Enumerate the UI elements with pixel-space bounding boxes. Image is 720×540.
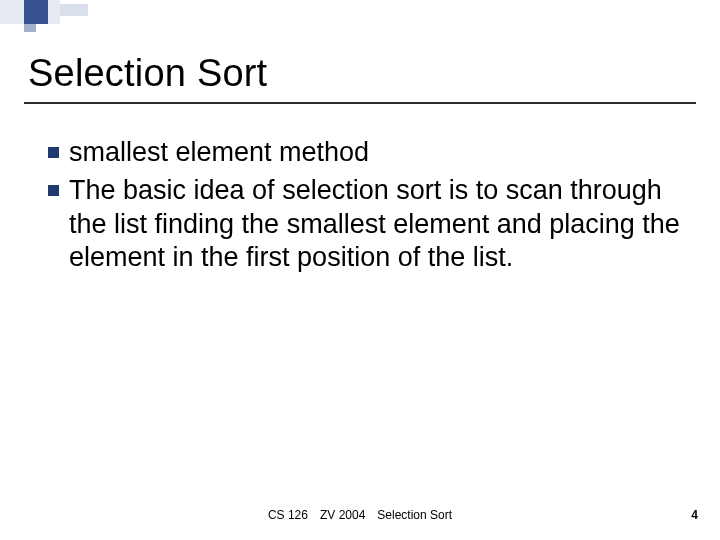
bullet-text: smallest element method — [69, 136, 369, 170]
deco-square — [24, 24, 36, 32]
footer-author-year: ZV 2004 — [320, 508, 365, 522]
corner-decoration — [0, 0, 130, 24]
bullet-item: The basic idea of selection sort is to s… — [48, 174, 686, 275]
deco-square — [0, 0, 24, 24]
deco-square — [60, 4, 88, 16]
slide-title: Selection Sort — [28, 52, 267, 95]
title-underline — [24, 102, 696, 104]
deco-square — [48, 0, 60, 24]
slide-footer: CS 126 ZV 2004 Selection Sort — [0, 508, 720, 522]
bullet-item: smallest element method — [48, 136, 686, 170]
deco-square — [24, 0, 48, 24]
footer-topic: Selection Sort — [377, 508, 452, 522]
slide-content: smallest element method The basic idea o… — [48, 136, 686, 279]
slide: Selection Sort smallest element method T… — [0, 0, 720, 540]
bullet-square-icon — [48, 147, 59, 158]
page-number: 4 — [691, 508, 698, 522]
bullet-text: The basic idea of selection sort is to s… — [69, 174, 686, 275]
bullet-square-icon — [48, 185, 59, 196]
footer-course: CS 126 — [268, 508, 308, 522]
